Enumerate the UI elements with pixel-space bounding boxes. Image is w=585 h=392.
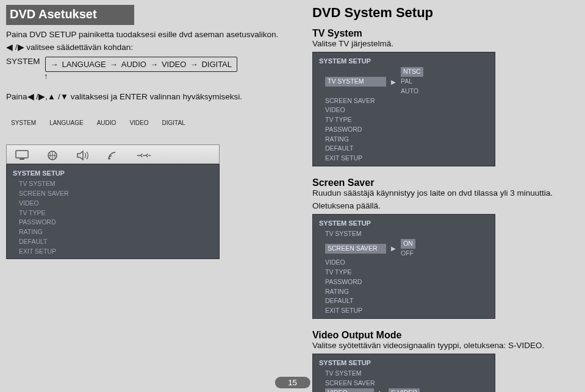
tv-system-desc: Valitse TV järjestelmä. [312,39,573,49]
left-section-title: DVD Asetukset [6,5,134,25]
menu-tabs: SYSTEM LANGUAGE AUDIO VIDEO DIGITAL [6,117,294,126]
globe-icon [43,149,62,162]
osd-item-rating: RATING [19,227,92,237]
flow-item-digital: DIGITAL [201,60,232,69]
osd-item-video: VIDEO [19,199,92,208]
video-output-desc: Valitse syötettävän videosignaalin tyypp… [312,341,573,351]
osd-item: EXIT SETUP [325,154,398,163]
osd-option-on: ON [401,239,415,249]
osd-item: DEFAULT [325,144,398,154]
right-section-title: DVD System Setup [312,5,573,21]
osd-title: SYSTEM SETUP [313,217,495,230]
osd-item: DEFAULT [325,296,398,306]
caret-right-icon: ▶ [379,388,384,392]
arrow-right-icon: → [150,60,158,69]
screen-saver-heading: Screen Saver [312,177,573,188]
monitor-icon [13,149,31,162]
osd-screen-saver: SYSTEM SETUP TV SYSTEM SCREEN SAVER ▶ ON… [312,214,495,319]
screen-saver-desc-1: Ruudun säästäjä käynnistyy jos laite on … [312,188,573,199]
osd-item: TV TYPE [325,115,398,125]
osd-title: SYSTEM SETUP [313,357,495,369]
video-output-heading: Video Output Mode [312,330,573,341]
digital-out-icon [135,149,153,162]
flow-item-video: VIDEO [162,60,186,69]
screen-saver-desc-2: Oletuksena päällä. [312,201,573,212]
left-desc-2: ◀ /▶ valitsee säädettävän kohdan: [6,43,294,53]
osd-item: EXIT SETUP [325,306,398,316]
osd-selected-tv-system: TV SYSTEM [325,77,386,87]
osd-item-screen-saver: SCREEN SAVER [19,189,92,199]
osd-item: VIDEO [325,258,398,268]
osd-title: SYSTEM SETUP [7,167,219,180]
osd-system-setup-left: SYSTEM SETUP TV SYSTEM SCREEN SAVER VIDE… [6,164,220,260]
osd-selected-screen-saver: SCREEN SAVER [325,244,386,254]
left-desc-1: Paina DVD SETUP painiketta tuodaksesi es… [6,30,294,40]
osd-item: TV SYSTEM [325,229,398,239]
osd-option-ntsc: NTSC [401,67,423,77]
menu-icon-strip [6,144,220,164]
svg-rect-1 [20,159,24,160]
arrow-right-icon: → [110,60,118,69]
osd-item-tv-system: TV SYSTEM [19,179,92,189]
svg-rect-0 [16,151,28,158]
osd-option-pal: PAL [401,77,423,87]
page-number: 15 [275,377,310,388]
osd-item: TV SYSTEM [325,369,398,379]
osd-item: PASSWORD [325,125,398,135]
tab-system: SYSTEM [11,119,36,126]
flow-item-language: LANGUAGE [62,60,106,69]
osd-tv-system: SYSTEM SETUP TV SYSTEM ▶ NTSC PAL AUTO S… [312,52,495,166]
osd-item: RATING [325,287,398,297]
speaker-icon [74,149,92,162]
osd-option-svideo: S-VIDEO [389,388,420,392]
caret-right-icon: ▶ [391,77,396,87]
tab-language: LANGUAGE [49,119,84,126]
flow-prefix: SYSTEM [6,57,40,66]
svg-point-3 [109,158,110,159]
osd-item-password: PASSWORD [19,218,92,227]
osd-item: SCREEN SAVER [325,96,398,106]
arrow-right-icon: → [190,60,198,69]
arrow-right-icon: → [51,60,59,69]
tab-digital: DIGITAL [162,119,185,126]
arrow-up-icon: ↑ [44,71,294,80]
osd-option-off: OFF [401,249,415,258]
flow-box: → LANGUAGE → AUDIO → VIDEO → DIGITAL [45,57,238,72]
menu-graphic-wrapper: SYSTEM LANGUAGE AUDIO VIDEO DIGITAL [6,117,294,260]
osd-title: SYSTEM SETUP [313,55,495,68]
osd-item: VIDEO [325,105,398,115]
tab-audio: AUDIO [97,119,117,126]
tab-video: VIDEO [129,119,148,126]
satellite-icon [104,149,123,162]
osd-item: RATING [325,135,398,144]
osd-option-auto: AUTO [401,87,423,96]
osd-item-exit-setup: EXIT SETUP [19,247,92,257]
tv-system-heading: TV System [312,28,573,39]
osd-item-tv-type: TV TYPE [19,208,92,218]
osd-video-output: SYSTEM SETUP TV SYSTEM SCREEN SAVER VIDE… [312,354,495,392]
flow-item-audio: AUDIO [121,60,146,69]
left-instruction: Paina◀ /▶,▲ /▼ valitaksesi ja ENTER vali… [6,91,294,101]
osd-item: PASSWORD [325,277,398,287]
caret-right-icon: ▶ [391,244,396,253]
osd-item-default: DEFAULT [19,237,92,247]
osd-item: TV TYPE [325,268,398,277]
osd-item: SCREEN SAVER [325,379,398,388]
osd-selected-video: VIDEO [325,388,374,392]
